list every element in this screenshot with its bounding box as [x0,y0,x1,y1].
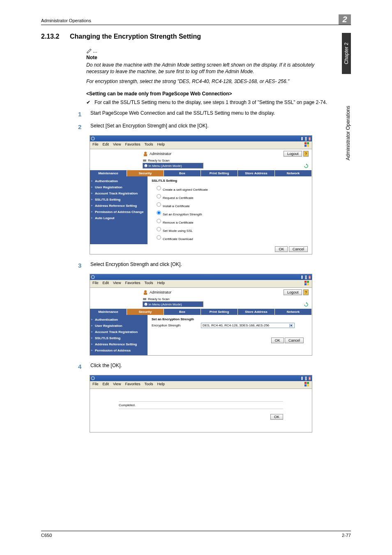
tab-network[interactable]: Network [275,309,312,315]
nav-account-track[interactable]: Account Track Registration [90,329,148,335]
tab-box[interactable]: Box [164,309,201,315]
svg-rect-12 [307,281,309,283]
admin-label: Administrator [150,290,171,294]
window-titlebar: _ □ × [90,136,312,141]
nav-user-registration[interactable]: User Registration [90,184,148,190]
footer-left: C650 [41,533,52,538]
maximize-button[interactable]: □ [304,136,307,141]
svg-rect-11 [304,281,307,283]
minimize-button[interactable]: _ [301,376,303,381]
nav-authentication[interactable]: Authentication [90,178,148,184]
menu-help[interactable]: Help [157,142,165,148]
menu-edit[interactable]: Edit [103,382,109,388]
refresh-button[interactable] [304,302,309,308]
radio-install-cert[interactable] [157,203,161,207]
tab-security[interactable]: Security [127,170,164,176]
menu-help[interactable]: Help [157,382,165,388]
tab-network[interactable]: Network [275,170,312,176]
ok-button[interactable]: OK [275,246,288,252]
menu-file[interactable]: File [92,281,99,287]
menu-view[interactable]: View [113,142,121,148]
menu-edit[interactable]: Edit [103,142,109,148]
cancel-button[interactable]: Cancel [285,338,304,343]
close-button[interactable]: × [308,376,311,381]
status-mode: In Menu (Admin Mode) [148,164,182,168]
radio-set-enc[interactable] [157,211,161,215]
menu-favorites[interactable]: Favorites [125,142,140,148]
nav-pane: Authentication User Registration Account… [90,176,148,244]
window-titlebar: _ □ × [90,274,312,280]
radio-cert-download[interactable] [157,236,161,240]
close-button[interactable]: × [308,275,311,280]
tab-store-address[interactable]: Store Address [238,170,275,176]
section-number: 2.13.2 [41,33,70,40]
nav-ssl-tls[interactable]: SSL/TLS Setting [90,197,148,203]
maximize-button[interactable]: □ [304,275,307,280]
svg-rect-6 [144,154,147,156]
menu-view[interactable]: View [113,382,121,388]
help-button[interactable]: ? [303,289,309,295]
side-tab-title: Administrator Operations [345,78,351,160]
menu-tools[interactable]: Tools [144,142,153,148]
footer-right: 2-77 [342,533,351,538]
menu-file[interactable]: File [92,142,99,148]
windows-flag-icon [304,382,309,387]
opt-create-cert: Create a self-signed Certificate [163,188,208,192]
note-icon-row: ... [86,48,329,54]
nav-address-reference[interactable]: Address Reference Setting [90,203,148,209]
note-dots: ... [93,48,97,54]
radio-remove-cert[interactable] [157,219,161,223]
nav-authentication[interactable]: Authentication [90,317,148,323]
nav-permission-address[interactable]: Permission of Address [90,347,148,354]
opt-set-mode: Set Mode using SSL [163,229,193,233]
tab-maintenance[interactable]: Maintenance [90,309,127,315]
ok-button[interactable]: OK [270,414,283,420]
info-icon: i [144,164,148,167]
printer-icon [143,158,147,162]
logout-button[interactable]: Logout [284,289,302,295]
refresh-button[interactable] [304,164,309,169]
tab-print-setting[interactable]: Print Setting [201,170,238,176]
ok-button[interactable]: OK [271,338,284,343]
note-heading: Note [86,55,329,60]
tab-store-address[interactable]: Store Address [238,309,275,315]
check-item-text: For call the SSL/TLS Setting menu to the… [95,99,327,106]
nav-permission-address-change[interactable]: Permission of Address Change [90,209,148,215]
minimize-button[interactable]: _ [301,275,303,280]
svg-rect-21 [304,382,307,384]
radio-set-mode[interactable] [157,227,161,231]
help-button[interactable]: ? [303,151,309,157]
nav-auto-logout[interactable]: Auto Logout [90,215,148,221]
cancel-button[interactable]: Cancel [289,246,308,252]
tab-maintenance[interactable]: Maintenance [90,170,127,176]
logout-button[interactable]: Logout [284,151,302,157]
radio-create-cert[interactable] [157,186,161,190]
checkmark-icon: ✔ [86,99,95,106]
menu-edit[interactable]: Edit [103,281,109,287]
nav-user-registration[interactable]: User Registration [90,323,148,329]
menu-favorites[interactable]: Favorites [125,281,140,287]
tab-box[interactable]: Box [164,170,201,176]
note-para-2: For encryption strength, select the stro… [86,78,329,85]
form-title: Set an Encryption Strength [152,317,308,321]
minimize-button[interactable]: _ [301,136,303,141]
svg-text:i: i [145,165,146,167]
menu-tools[interactable]: Tools [144,281,153,287]
tab-security[interactable]: Security [127,309,164,315]
radio-request-cert[interactable] [157,194,161,199]
nav-ssl-tls[interactable]: SSL/TLS Setting [90,335,148,341]
menu-tools[interactable]: Tools [144,382,153,388]
svg-point-10 [91,275,95,279]
admin-icon [143,151,148,157]
menu-favorites[interactable]: Favorites [125,382,140,388]
nav-account-track[interactable]: Account Track Registration [90,190,148,197]
menu-help[interactable]: Help [157,281,165,287]
menu-view[interactable]: View [113,281,121,287]
tab-print-setting[interactable]: Print Setting [201,309,238,315]
close-button[interactable]: × [308,136,311,141]
maximize-button[interactable]: □ [304,376,307,381]
nav-address-reference[interactable]: Address Reference Setting [90,341,148,347]
chapter-badge: 2 [339,14,351,25]
menu-file[interactable]: File [92,382,99,388]
enc-strength-select[interactable]: DES, RC4-40, RC4-128, 3DES-168, AES-256 … [201,323,295,328]
